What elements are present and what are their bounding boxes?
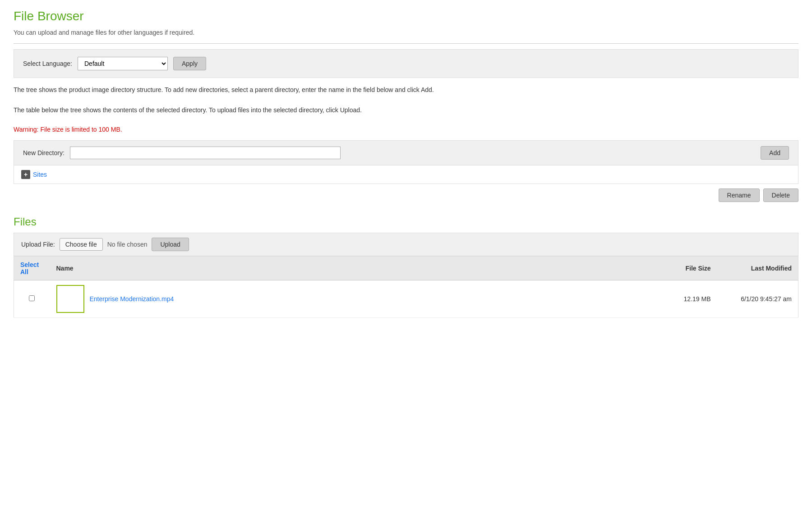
- divider-1: [14, 43, 798, 44]
- info-line1: The tree shows the product image directo…: [14, 85, 798, 95]
- delete-button[interactable]: Delete: [763, 188, 798, 202]
- tree-expand-icon[interactable]: +: [21, 170, 30, 179]
- col-header-select: Select All: [14, 257, 50, 280]
- file-name-container: Enterprise Modernization.mp4: [56, 285, 657, 313]
- page-title: File Browser: [14, 9, 798, 23]
- col-header-name: Name: [50, 257, 663, 280]
- upload-bar: Upload File: Choose file No file chosen …: [14, 233, 798, 256]
- file-table: Select All Name File Size Last Modified …: [14, 256, 798, 318]
- upload-file-label: Upload File:: [21, 241, 55, 248]
- select-all-link[interactable]: Select All: [20, 261, 39, 275]
- new-directory-label: New Directory:: [23, 149, 65, 156]
- language-label: Select Language:: [23, 60, 72, 67]
- file-checkbox-cell: [14, 280, 50, 318]
- file-name-cell: Enterprise Modernization.mp4: [50, 280, 663, 318]
- file-modified-cell: 6/1/20 9:45:27 am: [717, 280, 798, 318]
- file-checkbox[interactable]: [29, 295, 35, 301]
- page-subtitle: You can upload and manage files for othe…: [14, 29, 798, 36]
- choose-file-button[interactable]: Choose file: [60, 238, 103, 251]
- info-line2: The table below the tree shows the conte…: [14, 106, 798, 115]
- tree-root-item: + Sites: [21, 170, 791, 179]
- upload-button[interactable]: Upload: [152, 238, 189, 251]
- file-size-cell: 12.19 MB: [663, 280, 717, 318]
- new-directory-input[interactable]: [70, 147, 341, 159]
- file-name-link[interactable]: Enterprise Modernization.mp4: [90, 295, 174, 303]
- directory-tree: + Sites: [14, 165, 798, 184]
- add-directory-button[interactable]: Add: [761, 146, 789, 160]
- new-directory-bar: New Directory: Add: [14, 140, 798, 165]
- table-row: Enterprise Modernization.mp4 12.19 MB 6/…: [14, 280, 798, 318]
- table-header-row: Select All Name File Size Last Modified: [14, 257, 798, 280]
- tree-sites-link[interactable]: Sites: [33, 171, 47, 178]
- language-select[interactable]: Default English French Spanish German: [78, 57, 168, 70]
- language-bar: Select Language: Default English French …: [14, 49, 798, 78]
- col-header-size: File Size: [663, 257, 717, 280]
- col-header-modified: Last Modified: [717, 257, 798, 280]
- rename-button[interactable]: Rename: [719, 188, 760, 202]
- no-file-text: No file chosen: [107, 241, 148, 248]
- files-section-title: Files: [14, 216, 798, 228]
- apply-button[interactable]: Apply: [173, 57, 206, 70]
- file-thumbnail: [56, 285, 84, 313]
- directory-action-bar: Rename Delete: [14, 184, 798, 207]
- warning-text: Warning: File size is limited to 100 MB.: [14, 126, 798, 133]
